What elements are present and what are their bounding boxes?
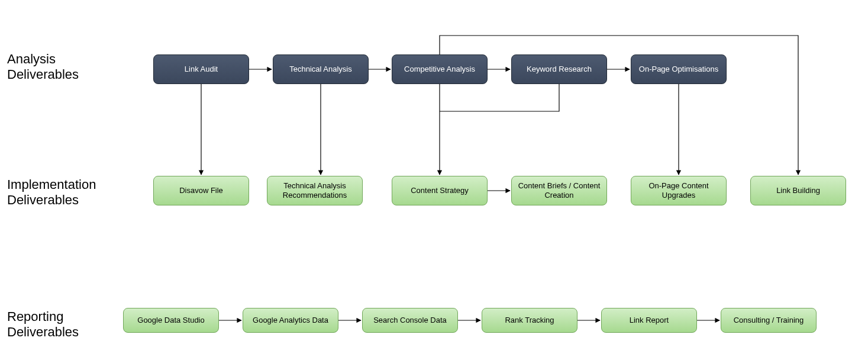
node-gsc: Search Console Data — [362, 308, 458, 333]
node-disavow-file: Disavow File — [153, 176, 249, 205]
node-ga: Google Analytics Data — [243, 308, 338, 333]
node-link-report: Link Report — [601, 308, 697, 333]
node-onpage-upgrades: On-Page Content Upgrades — [631, 176, 727, 205]
row-label-analysis: Analysis Deliverables — [7, 52, 79, 83]
row-label-reporting: Reporting Deliverables — [7, 309, 79, 340]
node-rank-tracking: Rank Tracking — [482, 308, 577, 333]
node-content-briefs: Content Briefs / Content Creation — [511, 176, 607, 205]
node-content-strategy: Content Strategy — [392, 176, 488, 205]
node-link-audit: Link Audit — [153, 54, 249, 84]
node-gds: Google Data Studio — [123, 308, 219, 333]
node-competitive-analysis: Competitive Analysis — [392, 54, 488, 84]
diagram-canvas: { "labels": { "analysis": "Analysis\nDel… — [0, 0, 868, 360]
node-technical-analysis: Technical Analysis — [273, 54, 369, 84]
node-consulting: Consulting / Training — [721, 308, 817, 333]
node-link-building: Link Building — [750, 176, 846, 205]
node-onpage-optimisations: On-Page Optimisations — [631, 54, 727, 84]
row-label-implementation: Implementation Deliverables — [7, 177, 96, 208]
node-technical-recs: Technical Analysis Recommendations — [267, 176, 363, 205]
node-keyword-research: Keyword Research — [511, 54, 607, 84]
